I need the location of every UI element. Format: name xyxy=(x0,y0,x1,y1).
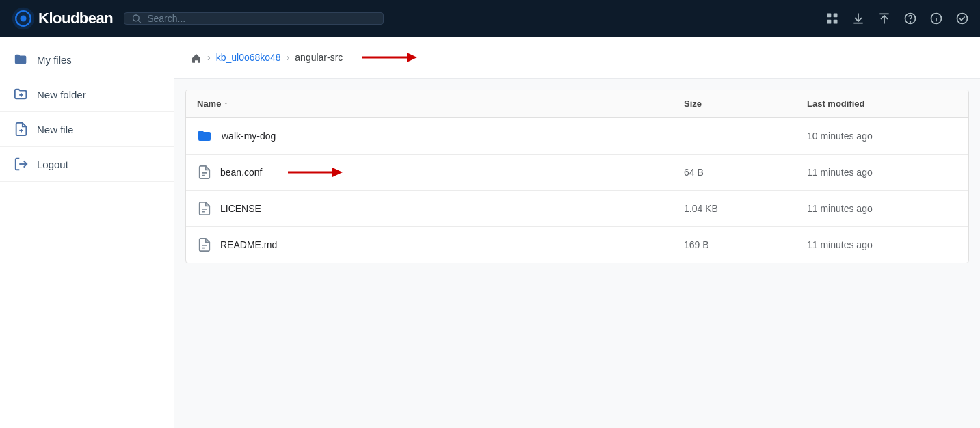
sidebar-logout-label: Logout xyxy=(37,159,68,170)
table-row[interactable]: LICENSE 1.04 KB 11 minutes ago xyxy=(186,191,968,227)
red-arrow-annotation-breadcrumb xyxy=(359,49,421,66)
file-size: 1.04 KB xyxy=(684,203,807,214)
col-header-modified: Last modified xyxy=(807,98,957,109)
file-size: 169 B xyxy=(684,239,807,250)
file-name-cell: walk-my-dog xyxy=(197,128,684,144)
file-name: walk-my-dog xyxy=(222,131,276,142)
add-file-icon xyxy=(14,122,29,137)
file-modified: 11 minutes ago xyxy=(807,203,957,214)
document-icon xyxy=(197,200,212,217)
red-arrow-annotation-beanconf xyxy=(284,164,346,180)
file-name-cell: README.md xyxy=(197,237,684,253)
svg-rect-7 xyxy=(827,20,832,24)
checkmark-circle-icon[interactable] xyxy=(955,12,969,25)
sidebar-item-logout[interactable]: Logout xyxy=(0,147,174,182)
col-header-size: Size xyxy=(684,98,807,109)
file-name-cell: LICENSE xyxy=(197,200,684,217)
svg-marker-21 xyxy=(407,53,417,62)
search-input[interactable] xyxy=(147,13,376,24)
sidebar: My files New folder New file xyxy=(0,37,174,428)
logo-text: Kloudbean xyxy=(38,10,113,27)
breadcrumb-sep-1: › xyxy=(207,52,211,63)
header-icons xyxy=(825,12,969,25)
svg-rect-6 xyxy=(834,14,838,18)
svg-point-3 xyxy=(133,15,140,21)
sort-arrow-name: ↑ xyxy=(224,100,228,108)
sidebar-new-file-label: New file xyxy=(37,124,73,135)
header: Kloudbean xyxy=(0,0,980,37)
svg-point-10 xyxy=(910,22,911,23)
download-icon[interactable] xyxy=(851,12,865,25)
col-header-name[interactable]: Name ↑ xyxy=(197,98,684,109)
table-row[interactable]: walk-my-dog — 10 minutes ago xyxy=(186,118,968,155)
file-modified: 11 minutes ago xyxy=(807,167,957,178)
document-icon xyxy=(197,237,212,253)
svg-rect-5 xyxy=(827,14,832,18)
logout-icon xyxy=(14,157,29,172)
file-modified: 11 minutes ago xyxy=(807,239,957,250)
logo: Kloudbean xyxy=(11,6,113,31)
info-icon[interactable] xyxy=(929,12,943,25)
file-modified: 10 minutes ago xyxy=(807,131,957,142)
breadcrumb-link-1[interactable]: kb_ul0o68ko48 xyxy=(216,52,281,63)
file-table-header: Name ↑ Size Last modified xyxy=(186,90,968,118)
file-name-cell: bean.conf xyxy=(197,164,684,180)
svg-point-14 xyxy=(957,14,968,24)
breadcrumb: › kb_ul0o68ko48 › angular-src xyxy=(174,37,980,79)
svg-rect-8 xyxy=(834,20,838,24)
main-content: › kb_ul0o68ko48 › angular-src Name ↑ Siz… xyxy=(174,37,980,428)
sidebar-item-new-file[interactable]: New file xyxy=(0,112,174,147)
upload-icon[interactable] xyxy=(877,12,891,25)
search-bar[interactable] xyxy=(124,12,384,25)
svg-point-2 xyxy=(21,16,27,22)
help-icon[interactable] xyxy=(903,12,917,25)
sidebar-item-my-files[interactable]: My files xyxy=(0,42,174,77)
file-size: — xyxy=(684,131,807,142)
sidebar-new-folder-label: New folder xyxy=(37,89,86,101)
file-size: 64 B xyxy=(684,167,807,178)
folder-icon xyxy=(14,52,29,67)
breadcrumb-sep-2: › xyxy=(287,52,290,63)
table-row[interactable]: bean.conf 64 B 11 minutes ago xyxy=(186,155,968,191)
file-name: bean.conf xyxy=(220,167,263,178)
layout: My files New folder New file xyxy=(0,37,980,428)
file-table: Name ↑ Size Last modified xyxy=(185,90,969,263)
table-row[interactable]: README.md 169 B 11 minutes ago xyxy=(186,227,968,263)
sidebar-item-new-folder[interactable]: New folder xyxy=(0,77,174,112)
search-icon xyxy=(131,13,142,24)
sidebar-my-files-label: My files xyxy=(37,54,72,66)
folder-icon xyxy=(197,128,213,144)
breadcrumb-home[interactable] xyxy=(191,51,202,63)
svg-line-4 xyxy=(138,21,140,23)
breadcrumb-current: angular-src xyxy=(295,52,343,63)
grid-icon[interactable] xyxy=(825,12,839,25)
document-icon xyxy=(197,164,212,180)
svg-marker-25 xyxy=(332,168,343,177)
file-name: README.md xyxy=(220,239,277,250)
add-folder-icon xyxy=(14,87,29,102)
file-name: LICENSE xyxy=(220,203,261,214)
